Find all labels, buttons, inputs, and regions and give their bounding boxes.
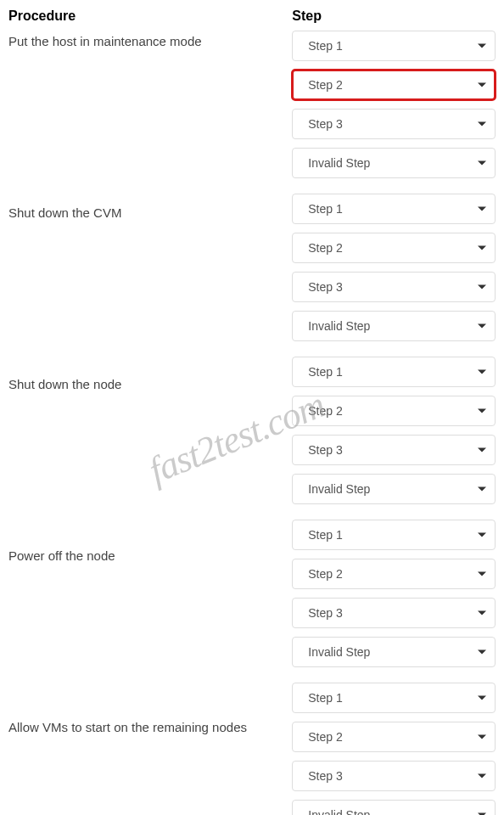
step-dropdown[interactable]: Step 3	[292, 435, 496, 465]
matching-table: Procedure Put the host in maintenance mo…	[0, 0, 504, 815]
step-dropdown[interactable]: Invalid Step	[292, 148, 496, 178]
step-dropdown[interactable]: Invalid Step	[292, 800, 496, 815]
procedure-label: Allow VMs to start on the remaining node…	[8, 717, 283, 815]
step-dropdown[interactable]: Step 1	[292, 683, 496, 713]
step-dropdown-group: Step 1Step 2Step 3Invalid Step	[292, 357, 496, 504]
step-dropdown[interactable]: Step 2	[292, 70, 496, 100]
step-dropdown-group: Step 1Step 2Step 3Invalid Step	[292, 194, 496, 341]
step-dropdown[interactable]: Step 3	[292, 109, 496, 139]
procedure-label: Shut down the node	[8, 374, 283, 545]
procedure-label: Power off the node	[8, 545, 283, 717]
step-dropdown-group: Step 1Step 2Step 3Invalid Step	[292, 520, 496, 667]
step-header: Step	[292, 8, 496, 24]
step-dropdown[interactable]: Step 1	[292, 357, 496, 387]
step-dropdown[interactable]: Invalid Step	[292, 637, 496, 667]
step-column: Step Step 1Step 2Step 3Invalid StepStep …	[292, 8, 496, 815]
step-dropdown[interactable]: Step 1	[292, 31, 496, 61]
procedure-column: Procedure Put the host in maintenance mo…	[8, 8, 292, 815]
step-dropdown[interactable]: Step 1	[292, 194, 496, 224]
procedure-header: Procedure	[8, 8, 283, 24]
step-dropdown[interactable]: Step 2	[292, 559, 496, 589]
step-dropdown[interactable]: Step 3	[292, 598, 496, 628]
step-dropdown-group: Step 1Step 2Step 3Invalid Step	[292, 31, 496, 178]
procedure-label: Put the host in maintenance mode	[8, 31, 283, 202]
step-dropdown-group: Step 1Step 2Step 3Invalid Step	[292, 683, 496, 815]
step-dropdown[interactable]: Step 2	[292, 233, 496, 263]
procedure-label: Shut down the CVM	[8, 202, 283, 374]
step-dropdown[interactable]: Step 2	[292, 722, 496, 752]
step-dropdown[interactable]: Step 3	[292, 272, 496, 302]
step-dropdown[interactable]: Step 1	[292, 520, 496, 550]
step-dropdown[interactable]: Step 2	[292, 396, 496, 426]
step-dropdown[interactable]: Invalid Step	[292, 474, 496, 504]
step-dropdown[interactable]: Invalid Step	[292, 311, 496, 341]
step-dropdown[interactable]: Step 3	[292, 761, 496, 791]
